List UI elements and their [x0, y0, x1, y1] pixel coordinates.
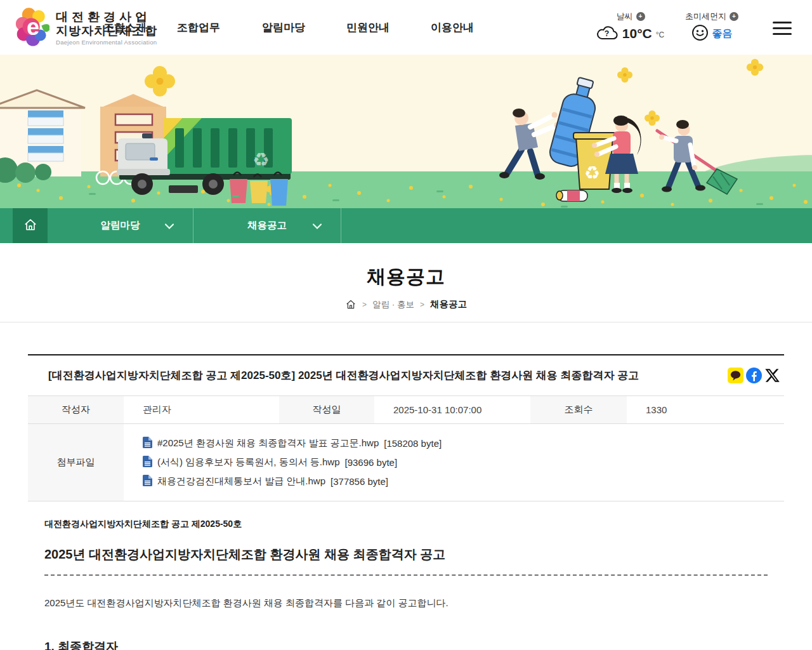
hero-illustration: ♻ ♻	[0, 55, 812, 208]
article-title: [대전환경사업지방자치단체조합 공고 제2025-50호] 2025년 대전환경…	[48, 368, 639, 383]
page-title: 채용공고	[0, 264, 812, 290]
subnav-category-label: 알림마당	[101, 219, 140, 232]
breadcrumb-item-current[interactable]: 채용공고	[430, 298, 467, 310]
attachment-link[interactable]: (서식) 임용후보자 등록원서, 동의서 등.hwp [93696 byte]	[143, 456, 784, 469]
notice-number: 대전환경사업지방자치단체조합 공고 제2025-50호	[44, 519, 784, 530]
article-content: [대전환경사업지방자치단체조합 공고 제2025-50호] 2025년 대전환경…	[28, 354, 784, 650]
article-meta-row: 작성자 관리자 작성일 2025-10-31 10:07:00 조회수 1330	[28, 395, 784, 424]
x-share-icon[interactable]	[764, 368, 780, 383]
cloud-question-icon: ?	[597, 24, 619, 43]
temperature-unit: °C	[656, 30, 664, 39]
views-value: 1330	[627, 396, 784, 423]
attachment-name: #2025년 환경사원 채용 최종합격자 발표 공고문.hwp	[157, 437, 379, 449]
document-icon	[143, 456, 152, 469]
views-label: 조회수	[530, 396, 627, 423]
author-value: 관리자	[124, 396, 279, 423]
breadcrumb-separator: >	[420, 300, 424, 309]
section-1-title: 1. 최종합격자	[44, 639, 784, 650]
announcement-heading: 2025년 대전환경사업지방자치단체조합 환경사원 채용 최종합격자 공고	[44, 546, 784, 563]
logo-blob-icon: e	[15, 6, 49, 50]
attachment-size: [158208 byte]	[384, 438, 442, 449]
nav-item-about[interactable]: 조합소개	[103, 20, 147, 35]
temperature-value: 10°C	[622, 26, 652, 41]
dashed-divider	[44, 574, 768, 576]
facebook-share-icon[interactable]	[746, 368, 762, 383]
fine-dust-widget: 초미세먼지 + 좋음	[674, 11, 750, 44]
weather-widget: 날씨 + ? 10°C °C	[595, 11, 666, 43]
subnav-dropdown-page[interactable]: 채용공고	[193, 208, 341, 243]
attachments-row: 첨부파일 #2025년 환경사원 채용 최종합격자 발표 공고문.hwp [15…	[28, 424, 784, 501]
hamburger-menu-icon[interactable]	[773, 22, 792, 35]
breadcrumb-item-news[interactable]: 알림 · 홍보	[372, 299, 414, 310]
breadcrumb-home-icon[interactable]	[345, 299, 357, 310]
svg-text:♻: ♻	[584, 163, 600, 183]
share-buttons	[728, 368, 780, 383]
smiley-icon	[691, 24, 709, 44]
breadcrumb: > 알림 · 홍보 > 채용공고	[345, 298, 467, 310]
breadcrumb-separator: >	[362, 300, 367, 309]
subnav-dropdown-category[interactable]: 알림마당	[48, 208, 193, 243]
attachment-link[interactable]: #2025년 환경사원 채용 최종합격자 발표 공고문.hwp [158208 …	[143, 437, 784, 450]
chevron-down-icon	[313, 220, 322, 232]
announcement-intro: 2025년도 대전환경사업지방자치단체조합 환경사원 채용 최종합격자를 다음과…	[44, 597, 784, 609]
kakao-share-icon[interactable]	[728, 368, 743, 383]
date-value: 2025-10-31 10:07:00	[374, 396, 530, 423]
fine-dust-label: 초미세먼지	[685, 11, 726, 22]
attachment-name: (서식) 임용후보자 등록원서, 동의서 등.hwp	[157, 456, 340, 468]
svg-text:e: e	[27, 14, 39, 40]
nav-item-business[interactable]: 조합업무	[177, 20, 220, 35]
dust-status-badge: 좋음	[712, 27, 733, 41]
chevron-down-icon	[165, 220, 174, 232]
attachment-size: [93696 byte]	[345, 457, 398, 468]
attachment-name: 채용건강검진대체통보서 발급 안내.hwp	[157, 475, 325, 488]
article-title-row: [대전환경사업지방자치단체조합 공고 제2025-50호] 2025년 대전환경…	[28, 354, 784, 395]
nav-item-civil[interactable]: 민원안내	[346, 20, 390, 35]
svg-text:♻: ♻	[252, 149, 270, 170]
fine-dust-expand-button[interactable]: +	[730, 12, 738, 21]
document-icon	[143, 437, 152, 450]
author-label: 작성자	[28, 396, 124, 423]
page-head: 채용공고 > 알림 · 홍보 > 채용공고	[0, 243, 812, 322]
subnav-page-label: 채용공고	[247, 219, 287, 232]
attachment-size: [377856 byte]	[331, 476, 388, 487]
weather-expand-button[interactable]: +	[636, 12, 645, 21]
nav-item-guide[interactable]: 이용안내	[431, 20, 474, 35]
svg-text:?: ?	[605, 29, 610, 38]
logo-subtitle: Daejeon Environmental Association	[56, 39, 157, 46]
attachment-link[interactable]: 채용건강검진대체통보서 발급 안내.hwp [377856 byte]	[143, 475, 784, 488]
attachments-label: 첨부파일	[28, 424, 124, 501]
weather-label: 날씨	[617, 11, 633, 22]
date-label: 작성일	[279, 396, 374, 423]
site-header: e 대전환경사업 지방자치단체조합 Daejeon Environmental …	[0, 0, 812, 55]
document-icon	[143, 475, 152, 488]
nav-item-news[interactable]: 알림마당	[262, 20, 305, 35]
breadcrumb-subnav-bar: 알림마당 채용공고	[0, 208, 812, 243]
home-icon	[23, 218, 37, 234]
subnav-home-button[interactable]	[13, 208, 48, 243]
